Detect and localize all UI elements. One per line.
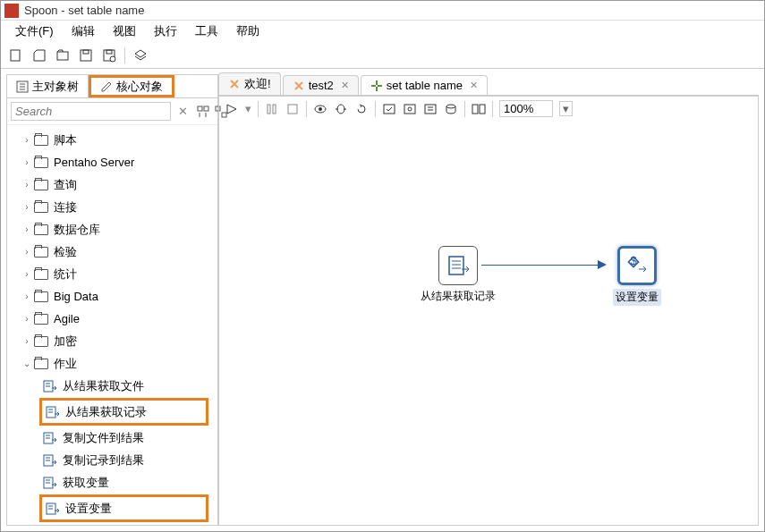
tree-folder[interactable]: ›映射 [7,523,217,525]
tree-folder[interactable]: ›Big Data [7,285,217,308]
menu-run[interactable]: 执行 [147,21,184,41]
replay-icon[interactable] [354,102,369,116]
show-results-icon[interactable] [472,102,486,116]
chevron-down-icon[interactable]: ⌄ [20,359,34,368]
menu-tools[interactable]: 工具 [188,21,225,41]
tree-folder[interactable]: ›检验 [7,241,217,263]
preview-icon[interactable] [313,102,327,116]
tab-core-objects[interactable]: 核心对象 [89,75,174,97]
chevron-right-icon[interactable]: › [20,269,34,279]
tree-folder[interactable]: ›连接 [7,196,217,218]
zoom-dropdown-icon[interactable]: ▾ [559,101,573,116]
sidebar: 主对象树 核心对象 ✕ ›脚本›Pentaho Server›查询›连接›数据仓… [6,74,218,526]
tab-main-tree[interactable]: 主对象树 [7,75,89,97]
clear-search-icon[interactable]: ✕ [174,105,191,118]
tree-label: 检验 [54,244,77,260]
run-dropdown-icon[interactable]: ▾ [245,102,251,115]
main-toolbar [1,42,764,69]
close-tab-icon[interactable]: ✕ [470,80,478,91]
folder-icon [34,336,48,347]
tree-label: 设置变量 [65,501,112,517]
svg-point-40 [337,105,344,114]
search-row: ✕ [7,98,217,125]
canvas-node-set-variable[interactable]: $ 设置变量 [613,246,661,306]
tree-leaf[interactable]: 从结果获取文件 [7,375,217,397]
tree-label: 复制文件到结果 [63,430,144,446]
tree-label: Pentaho Server [54,156,134,169]
content-tab[interactable]: test2✕ [283,75,359,95]
tree-label: 数据仓库 [54,222,100,238]
impact-icon[interactable] [403,102,417,116]
tree-folder[interactable]: ›数据仓库 [7,218,217,241]
canvas-toolbar: ▾ ▾ [218,96,759,121]
debug-icon[interactable] [334,102,348,116]
tree-leaf[interactable]: 获取变量 [7,471,217,494]
chevron-right-icon[interactable]: › [20,336,34,346]
content-tab[interactable]: set table name✕ [361,75,488,95]
tree-leaf[interactable]: 设置变量 [42,497,206,519]
canvas-node-get-rows[interactable]: 从结果获取记录 [421,246,496,304]
chevron-right-icon[interactable]: › [20,247,34,257]
menu-edit[interactable]: 编辑 [64,21,102,41]
chevron-right-icon[interactable]: › [20,135,34,145]
tree-folder[interactable]: ›统计 [7,263,217,285]
chevron-right-icon[interactable]: › [20,180,34,190]
menu-help[interactable]: 帮助 [229,21,267,41]
open-icon[interactable] [31,47,47,63]
tree-label: 从结果获取文件 [63,378,144,394]
pause-icon[interactable] [265,102,279,116]
zoom-input[interactable] [499,100,553,117]
get-rows-icon [446,253,471,278]
chevron-right-icon[interactable]: › [20,291,34,301]
tree-folder[interactable]: ›Pentaho Server [7,151,217,173]
toolbar-separator [124,47,125,63]
sql-icon[interactable] [423,102,438,116]
main-area: 主对象树 核心对象 ✕ ›脚本›Pentaho Server›查询›连接›数据仓… [1,69,764,531]
highlighted-item: 设置变量 [39,494,208,522]
content-tab[interactable]: 欢迎! [218,72,281,95]
tree-folder[interactable]: ›加密 [7,330,217,352]
svg-text:$: $ [630,254,637,267]
connection-line[interactable] [481,265,598,266]
tree-leaf[interactable]: 复制文件到结果 [7,426,217,449]
search-input[interactable] [11,102,171,121]
close-tab-icon[interactable]: ✕ [341,80,349,91]
canvas[interactable]: 从结果获取记录 $ 设置变量 [218,121,759,526]
chevron-right-icon[interactable]: › [20,224,34,234]
svg-rect-44 [404,105,415,114]
tree-folder[interactable]: ›Agile [7,308,217,330]
highlighted-item: 从结果获取记录 [39,398,208,426]
svg-point-39 [319,107,322,111]
chevron-right-icon[interactable]: › [20,314,34,324]
check-icon[interactable] [382,102,396,116]
tree-leaf[interactable]: 复制记录到结果 [7,449,217,471]
content-tabs: 欢迎!test2✕set table name✕ [218,74,759,96]
explore-icon[interactable] [55,47,71,63]
new-icon[interactable] [8,47,24,63]
explore-db-icon[interactable] [444,102,458,116]
tree-leaf[interactable]: 从结果获取记录 [42,401,206,423]
chevron-right-icon[interactable]: › [20,202,34,212]
tab-label: test2 [309,79,334,92]
folder-icon [34,180,48,190]
separator [375,101,376,117]
save-icon[interactable] [78,47,94,63]
menu-view[interactable]: 视图 [106,21,143,41]
expand-all-icon[interactable] [195,104,211,120]
tree-folder[interactable]: ›脚本 [7,129,217,151]
save-as-icon[interactable] [101,47,117,63]
layers-icon[interactable] [132,47,149,63]
tree-folder[interactable]: ›查询 [7,173,217,196]
stop-icon[interactable] [285,102,300,116]
run-icon[interactable] [225,102,239,116]
separator [464,101,465,117]
folder-icon [34,269,48,280]
step-icon [46,406,60,418]
chevron-right-icon[interactable]: › [20,157,34,167]
menu-file[interactable]: 文件(F) [8,21,61,41]
content-area: 欢迎!test2✕set table name✕ ▾ ▾ [218,74,759,526]
svg-rect-1 [57,52,68,60]
tree-folder[interactable]: ⌄作业 [7,352,217,375]
connection-arrow [598,260,607,269]
svg-rect-2 [81,50,91,61]
